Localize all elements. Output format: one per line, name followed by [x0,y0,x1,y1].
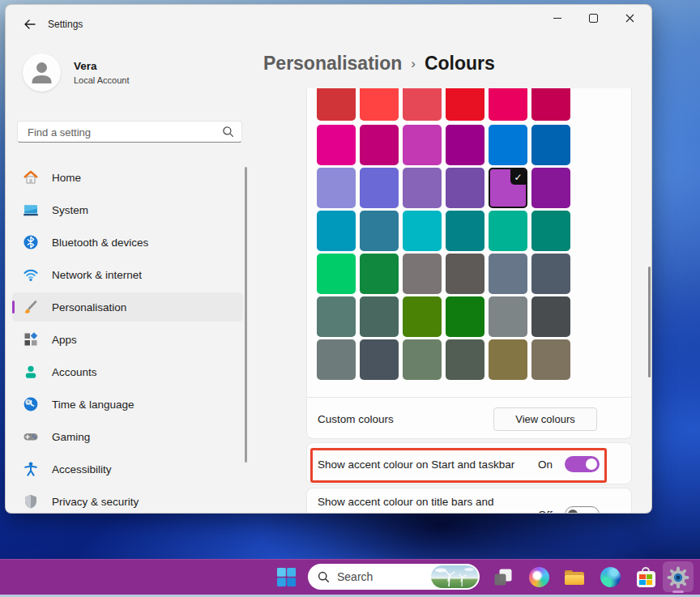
taskbar-search-box[interactable]: Search [308,564,480,590]
divider [307,397,631,398]
task-view-icon [493,568,513,587]
accent-swatch[interactable] [531,168,570,208]
taskbar-search-placeholder: Search [337,570,431,583]
accent-swatch[interactable] [360,88,399,121]
accent-swatch[interactable] [317,125,356,165]
sidebar-item-label: Time & language [52,399,134,411]
accent-swatch[interactable] [531,339,570,380]
accent-swatch[interactable] [360,254,399,294]
system-icon [23,202,39,218]
windows-start-icon [276,567,297,587]
content-scrollbar[interactable] [648,267,651,377]
network-icon [23,267,39,283]
sidebar-item-time-language[interactable]: Time & language [12,390,243,419]
accent-swatch[interactable] [489,211,527,251]
accent-swatch[interactable] [360,339,399,380]
view-colours-button[interactable]: View colours [493,407,597,431]
accent-swatch[interactable] [317,168,356,208]
accent-swatch[interactable] [403,296,442,337]
gaming-icon [23,429,39,445]
sidebar-item-privacy-security[interactable]: Privacy & security [12,487,243,514]
edge-browser-button[interactable] [593,560,627,595]
accent-swatch-selected[interactable]: ✓ [489,168,527,208]
accent-swatch[interactable] [489,296,527,337]
accent-swatch[interactable] [446,296,484,337]
accent-swatch[interactable] [446,339,484,380]
sidebar-item-gaming[interactable]: Gaming [12,422,243,451]
sidebar-item-home[interactable]: Home [12,163,243,192]
accent-swatch[interactable] [489,339,527,380]
microsoft-store-button[interactable] [629,560,663,595]
accent-swatch[interactable] [446,88,484,121]
sidebar-item-personalisation[interactable]: Personalisation [12,292,243,322]
sidebar-item-network-internet[interactable]: Network & internet [12,260,243,289]
accent-start-taskbar-row: Show accent colour on Start and taskbar … [306,442,632,484]
search-icon [318,571,330,583]
sidebar-item-apps[interactable]: Apps [12,325,243,354]
sidebar-item-system[interactable]: System [12,195,243,224]
accent-swatch[interactable] [531,211,570,251]
accent-titlebars-toggle[interactable] [565,506,600,514]
sidebar-item-label: System [52,204,88,216]
avatar[interactable] [23,53,61,92]
sidebar-item-accounts[interactable]: Accounts [12,357,243,386]
accent-swatch[interactable] [360,168,399,208]
breadcrumb-parent[interactable]: Personalisation [263,53,402,75]
accent-swatch[interactable] [489,254,527,294]
accent-swatch[interactable] [403,211,442,251]
sidebar-item-label: Gaming [52,431,90,443]
sidebar-scrollbar[interactable] [245,167,247,463]
accent-start-taskbar-toggle[interactable] [565,456,600,472]
accent-swatch[interactable] [360,211,399,251]
minimize-icon [553,18,561,19]
accent-swatch[interactable] [317,339,356,380]
settings-gear-icon [667,566,689,589]
accent-swatch[interactable] [489,125,527,165]
accent-colour-card: ✓ Custom colours View colours [306,88,632,439]
sidebar-item-bluetooth-devices[interactable]: Bluetooth & devices [12,228,243,257]
accent-swatch[interactable] [317,211,356,251]
accent-swatch[interactable] [531,254,570,294]
minimize-button[interactable] [539,5,575,31]
file-explorer-button[interactable] [557,560,591,595]
accent-swatch[interactable] [446,125,484,165]
close-button[interactable] [612,5,648,31]
settings-app-button[interactable] [661,560,695,595]
active-app-indicator [672,591,684,593]
accent-swatch[interactable] [360,296,399,337]
settings-window: Settings Vera Local Account [5,4,652,514]
breadcrumb: Personalisation › Colours [263,53,495,75]
privacy-icon [23,493,39,510]
breadcrumb-separator: › [411,56,416,72]
back-button[interactable] [19,15,41,36]
accent-swatch[interactable] [360,125,399,165]
user-account-type: Local Account [74,75,130,85]
accent-swatch[interactable] [317,254,356,294]
accent-swatch[interactable] [403,254,442,294]
sidebar-item-accessibility[interactable]: Accessibility [12,454,243,484]
accent-swatch[interactable] [531,88,570,121]
search-icon [222,126,234,138]
sidebar-item-label: Accounts [52,366,97,378]
copilot-icon [529,567,549,587]
sidebar-item-label: Accessibility [52,463,112,475]
accent-swatch[interactable] [531,125,570,165]
accent-swatch[interactable] [446,168,484,208]
accent-swatch[interactable] [317,296,356,337]
start-button[interactable] [269,560,303,595]
maximize-button[interactable] [575,5,612,31]
accent-swatch[interactable] [489,88,527,121]
accent-swatch[interactable] [317,88,356,121]
accent-swatch[interactable] [403,168,442,208]
accent-swatch[interactable] [531,296,570,337]
accent-swatch[interactable] [403,88,442,121]
accent-swatch[interactable] [403,339,442,380]
task-view-button[interactable] [486,560,520,595]
accent-swatch[interactable] [403,125,442,165]
copilot-button[interactable] [522,560,556,595]
accent-swatch[interactable] [446,254,484,294]
bluetooth-icon [23,234,39,250]
search-highlight-image[interactable] [431,565,478,588]
accent-swatch[interactable] [446,211,484,251]
search-input[interactable] [26,122,216,143]
